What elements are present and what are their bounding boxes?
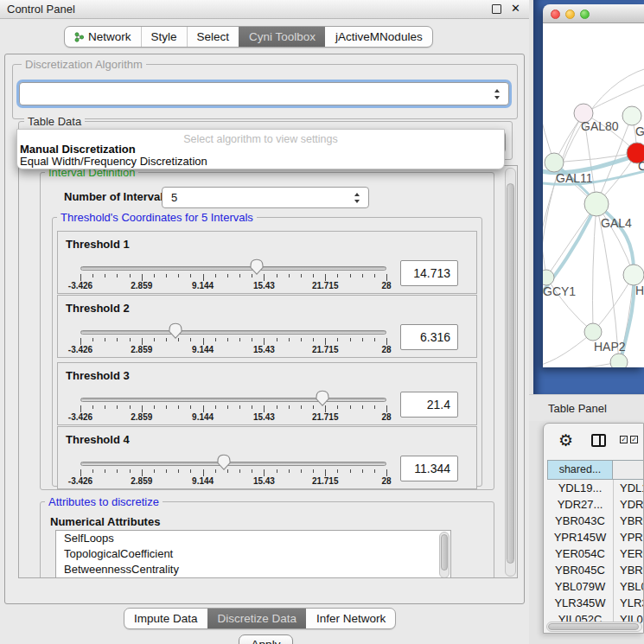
network-graph: GAL80GCGAL11GAL4GCY1HHAP2 xyxy=(543,23,644,367)
table-row[interactable]: YDL19...YDL1 xyxy=(547,480,644,496)
cell-name: YDR2 xyxy=(613,496,644,513)
threshold-label: Threshold 2 xyxy=(66,302,130,315)
attribute-item[interactable]: BetweennessCentrality xyxy=(56,562,450,577)
cell-shared-name: YDL19... xyxy=(547,480,613,496)
network-node-gal4[interactable] xyxy=(584,192,609,216)
control-panel-titlebar: Control Panel ✕ xyxy=(0,0,529,19)
checkbox-icon[interactable]: ✓ xyxy=(630,436,638,443)
network-node-h[interactable] xyxy=(623,265,644,285)
pane-scrollbar[interactable] xyxy=(505,168,516,577)
mac-close-button[interactable] xyxy=(551,10,560,19)
tab-style[interactable]: Style xyxy=(141,27,187,47)
slider-tick-labels: -3.4262.8599.14415.4321.71528 xyxy=(80,412,386,423)
cell-shared-name: YPR145W xyxy=(547,529,613,545)
checkbox-icon[interactable]: ✓ xyxy=(620,436,628,443)
list-scrollbar-thumb[interactable] xyxy=(441,534,448,571)
cell-name: YBL0 xyxy=(613,578,644,595)
slider-track[interactable] xyxy=(80,266,386,271)
network-node-g[interactable] xyxy=(622,106,641,125)
cell-name: YDL1 xyxy=(613,480,644,496)
table-row[interactable]: YER054CYER0 xyxy=(547,545,644,562)
threshold-panel: Threshold 4 -3.4262.8599.14415.4321.7152… xyxy=(57,426,477,489)
attribute-item[interactable]: SelfLoops xyxy=(56,531,450,546)
axis-tick-label: 21.715 xyxy=(312,412,339,422)
gear-icon[interactable]: ⚙ xyxy=(558,430,573,450)
slider-thumb[interactable] xyxy=(216,454,232,471)
algorithm-combo[interactable] xyxy=(19,82,509,105)
control-panel-tabs: NetworkStyleSelectCyni ToolboxjActiveMNo… xyxy=(64,26,433,48)
axis-tick-label: 28 xyxy=(381,281,391,290)
tab-label: jActiveMNodules xyxy=(335,27,423,48)
table-row[interactable]: YBR043CYBR0 xyxy=(547,513,644,529)
algorithm-option[interactable]: Equal Width/Frequency Discretization xyxy=(20,156,207,168)
threshold-value-field[interactable]: 14.713 xyxy=(400,260,458,286)
axis-tick-label: -3.426 xyxy=(68,345,92,354)
table-header-row: shared...na xyxy=(547,460,644,480)
network-node-label: GAL4 xyxy=(601,216,632,230)
table-panel-header: Table Panel xyxy=(529,394,644,421)
tab-impute-data[interactable]: Impute Data xyxy=(124,609,207,628)
network-edge[interactable] xyxy=(546,204,596,277)
tab-infer-network[interactable]: Infer Network xyxy=(306,609,395,628)
table-hscrollbar[interactable] xyxy=(546,622,642,632)
table-row[interactable]: YPR145WYPR1 xyxy=(547,529,644,545)
axis-tick-label: 15.43 xyxy=(253,412,275,422)
slider-track[interactable] xyxy=(80,462,386,466)
tab-cyni-toolbox[interactable]: Cyni Toolbox xyxy=(239,27,325,47)
axis-tick-label: 28 xyxy=(381,345,391,354)
pane-scrollbar-thumb[interactable] xyxy=(507,183,514,564)
network-edge[interactable] xyxy=(593,204,597,332)
apply-button[interactable]: Apply xyxy=(239,634,293,644)
column-header[interactable]: na xyxy=(613,460,644,480)
threshold-value-field[interactable]: 21.4 xyxy=(400,392,458,418)
threshold-value-field[interactable]: 6.316 xyxy=(400,324,458,350)
tab-label: Style xyxy=(151,27,177,48)
network-node-gal11[interactable] xyxy=(545,153,564,172)
mac-minimize-button[interactable] xyxy=(565,10,575,19)
slider-track[interactable] xyxy=(80,330,386,335)
threshold-label: Threshold 4 xyxy=(66,433,130,446)
panel-title: Control Panel xyxy=(7,3,75,16)
tab-network[interactable]: Network xyxy=(65,27,141,47)
cell-shared-name: YLR345W xyxy=(547,595,613,611)
float-window-icon[interactable] xyxy=(492,4,501,14)
number-of-intervals-combo[interactable]: 5 xyxy=(162,187,369,208)
number-of-intervals-label: Number of Intervals xyxy=(64,190,169,203)
cell-shared-name: YBR045C xyxy=(547,562,613,578)
slider-thumb[interactable] xyxy=(168,322,183,340)
network-node[interactable] xyxy=(610,354,628,367)
axis-tick-label: 2.859 xyxy=(131,476,152,486)
network-node-label: GAL11 xyxy=(556,171,593,185)
column-header[interactable]: shared... xyxy=(547,460,613,480)
table-row[interactable]: YLR345WYLR3 xyxy=(547,595,644,611)
network-node-label: GCY1 xyxy=(543,284,576,298)
table-row[interactable]: YDR27...YDR2 xyxy=(547,496,644,513)
network-node-gcy1[interactable] xyxy=(543,270,554,285)
mac-zoom-button[interactable] xyxy=(580,10,590,19)
list-scrollbar[interactable] xyxy=(439,532,450,578)
attribute-item[interactable]: TopologicalCoefficient xyxy=(56,546,450,562)
cell-name: YPR1 xyxy=(613,529,644,545)
close-icon[interactable]: ✕ xyxy=(511,2,520,15)
tab-jactivemnodules[interactable]: jActiveMNodules xyxy=(325,27,432,47)
table-hscrollbar-thumb[interactable] xyxy=(548,623,639,630)
column-view-icon[interactable] xyxy=(591,434,606,447)
algorithm-option[interactable]: Manual Discretization xyxy=(20,143,136,156)
network-edge[interactable] xyxy=(543,113,583,283)
slider-thumb[interactable] xyxy=(249,258,265,276)
threshold-value-field[interactable]: 11.344 xyxy=(400,456,458,481)
tab-select[interactable]: Select xyxy=(187,27,239,47)
cyni-mode-tabs: Impute DataDiscretize DataInfer Network xyxy=(124,608,396,629)
slider-track[interactable] xyxy=(80,398,386,402)
threshold-label: Threshold 1 xyxy=(66,238,130,251)
network-canvas[interactable]: GAL80GCGAL11GAL4GCY1HHAP2 xyxy=(543,23,644,367)
table-row[interactable]: YBR045CYBR0 xyxy=(547,562,644,578)
tab-discretize-data[interactable]: Discretize Data xyxy=(207,609,307,628)
algorithm-group-label: Discretization Algorithm xyxy=(22,59,146,70)
slider-thumb[interactable] xyxy=(315,390,330,407)
combo-arrows-icon xyxy=(354,193,360,203)
slider-tick-labels: -3.4262.8599.14415.4321.71528 xyxy=(80,281,386,291)
numerical-attributes-list[interactable]: SelfLoopsTopologicalCoefficientBetweenne… xyxy=(55,530,451,578)
network-node-hap2[interactable] xyxy=(584,323,602,341)
table-row[interactable]: YBL079WYBL0 xyxy=(547,578,644,595)
